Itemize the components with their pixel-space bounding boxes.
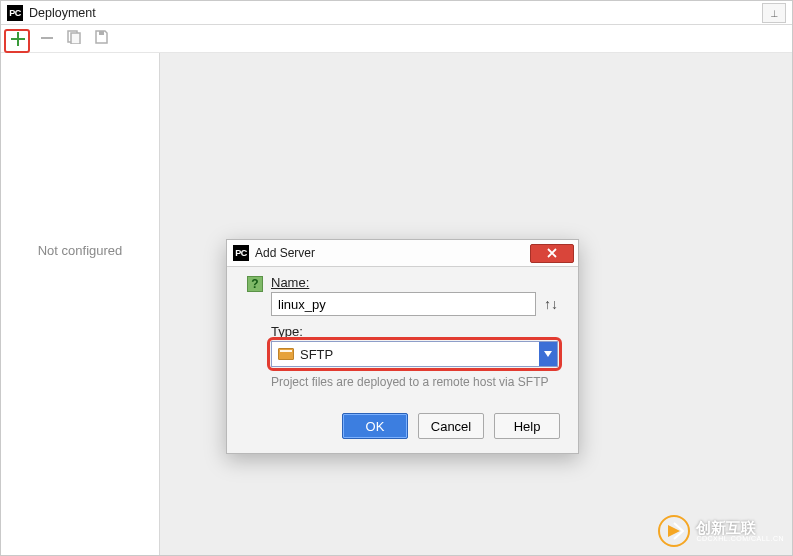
- add-server-button[interactable]: [9, 30, 27, 48]
- remove-server-button[interactable]: [41, 30, 53, 48]
- svg-rect-3: [99, 31, 104, 35]
- name-label: Name:: [271, 275, 558, 290]
- type-label: Type:: [271, 324, 558, 339]
- add-server-dialog: PC Add Server ? Name:: [226, 239, 579, 454]
- server-list-sidebar: Not configured: [1, 53, 160, 555]
- minus-icon: [41, 32, 53, 44]
- watermark-logo: [658, 515, 690, 547]
- type-dropdown[interactable]: SFTP: [271, 341, 558, 367]
- copy-button[interactable]: [67, 30, 81, 47]
- main-body: Not configured PC Add Server: [1, 53, 792, 555]
- cancel-button[interactable]: Cancel: [418, 413, 484, 439]
- toolbar: [1, 25, 792, 53]
- sftp-icon: [278, 348, 294, 360]
- save-button[interactable]: [95, 30, 108, 47]
- svg-rect-2: [71, 33, 80, 44]
- dialog-body: ? Name: ↑↓ Type:: [227, 267, 578, 399]
- close-icon: [547, 248, 557, 258]
- name-input[interactable]: [271, 292, 536, 316]
- watermark-brand: 创新互联: [696, 520, 784, 535]
- sidebar-empty-text: Not configured: [38, 243, 123, 258]
- sort-buttons[interactable]: ↑↓: [544, 296, 558, 312]
- detail-canvas: PC Add Server ? Name:: [160, 53, 792, 555]
- svg-rect-0: [41, 37, 53, 39]
- watermark-sub: CDCXHL.COM/CALL.CN: [696, 535, 784, 542]
- help-icon[interactable]: ?: [247, 276, 263, 292]
- logo-icon: [658, 515, 690, 547]
- dialog-app-icon: PC: [233, 245, 249, 261]
- copy-icon: [67, 30, 81, 44]
- dialog-titlebar: PC Add Server: [227, 240, 578, 267]
- dialog-title: Add Server: [255, 246, 315, 260]
- chevron-down-icon: [544, 351, 552, 357]
- ok-button[interactable]: OK: [342, 413, 408, 439]
- watermark: 创新互联 CDCXHL.COM/CALL.CN: [658, 515, 784, 547]
- disk-icon: [95, 30, 108, 44]
- type-selected-text: SFTP: [300, 347, 333, 362]
- help-button[interactable]: Help: [494, 413, 560, 439]
- deployment-window: PC Deployment ⟂: [0, 0, 793, 556]
- close-button[interactable]: [530, 244, 574, 263]
- app-icon: PC: [7, 5, 23, 21]
- titlebar: PC Deployment ⟂: [1, 1, 792, 25]
- pin-button[interactable]: ⟂: [762, 3, 786, 23]
- dropdown-arrow: [539, 342, 557, 366]
- window-title: Deployment: [29, 6, 96, 20]
- pin-icon: ⟂: [771, 7, 778, 19]
- type-hint: Project files are deployed to a remote h…: [271, 375, 558, 389]
- plus-icon: [11, 32, 25, 46]
- dialog-button-bar: OK Cancel Help: [227, 399, 578, 453]
